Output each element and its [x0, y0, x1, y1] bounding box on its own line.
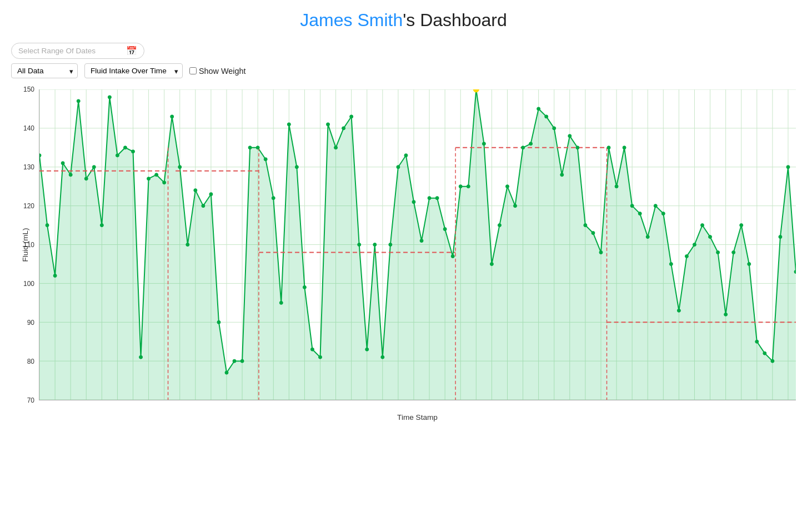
- svg-point-154: [709, 235, 712, 239]
- svg-point-77: [108, 96, 111, 99]
- svg-point-151: [685, 254, 688, 258]
- svg-point-88: [194, 189, 197, 192]
- y-tick-label: 140: [23, 124, 34, 132]
- svg-point-102: [303, 285, 306, 289]
- svg-point-144: [630, 204, 634, 208]
- svg-point-82: [147, 177, 151, 180]
- svg-point-138: [584, 224, 587, 227]
- svg-point-103: [310, 348, 314, 351]
- svg-point-161: [763, 352, 766, 355]
- svg-point-130: [522, 146, 525, 149]
- svg-point-133: [545, 115, 548, 118]
- patient-name: James Smith: [300, 10, 403, 30]
- svg-point-164: [786, 165, 790, 169]
- svg-point-110: [365, 348, 369, 351]
- svg-point-152: [693, 243, 696, 247]
- svg-point-86: [178, 165, 182, 169]
- svg-point-140: [599, 250, 603, 254]
- svg-point-70: [53, 274, 57, 277]
- svg-point-83: [155, 173, 158, 177]
- svg-point-145: [638, 212, 641, 215]
- y-tick-label: 70: [27, 397, 34, 404]
- svg-point-91: [217, 320, 220, 324]
- svg-point-71: [61, 162, 64, 165]
- svg-point-119: [435, 197, 439, 200]
- svg-point-112: [381, 355, 384, 359]
- svg-point-139: [592, 232, 595, 235]
- show-weight-text: Show Weight: [199, 67, 246, 76]
- svg-point-162: [771, 359, 774, 363]
- svg-point-89: [202, 204, 205, 208]
- svg-point-134: [553, 127, 556, 130]
- svg-point-135: [560, 173, 564, 177]
- svg-point-118: [428, 197, 431, 200]
- svg-point-122: [459, 185, 462, 188]
- svg-point-124: [473, 89, 479, 92]
- x-axis-label: Time Stamp: [397, 413, 438, 421]
- svg-point-69: [46, 224, 49, 227]
- svg-point-96: [256, 146, 259, 149]
- svg-point-87: [186, 243, 189, 247]
- chart-type-select[interactable]: Fluid Intake Over TimeWeight Over TimeBo…: [84, 63, 183, 78]
- svg-point-158: [740, 224, 743, 227]
- svg-point-159: [748, 262, 751, 265]
- y-tick-labels: 708090100110120130140150: [12, 89, 37, 400]
- y-tick-label: 150: [23, 86, 34, 93]
- date-range-placeholder: Select Range Of Dates: [18, 47, 96, 55]
- svg-point-68: [39, 154, 41, 157]
- svg-point-104: [318, 355, 322, 359]
- svg-point-107: [342, 127, 345, 130]
- svg-point-150: [677, 309, 680, 312]
- svg-point-105: [327, 123, 330, 126]
- svg-point-101: [295, 165, 298, 169]
- svg-point-84: [163, 181, 166, 184]
- svg-point-94: [240, 359, 244, 363]
- svg-point-80: [131, 150, 134, 153]
- svg-point-149: [669, 262, 673, 265]
- svg-point-128: [505, 185, 509, 188]
- svg-point-111: [373, 243, 377, 247]
- svg-point-142: [615, 185, 618, 188]
- svg-point-129: [514, 204, 517, 208]
- svg-point-127: [498, 224, 501, 227]
- y-tick-label: 110: [23, 241, 34, 249]
- svg-point-137: [576, 146, 579, 149]
- show-weight-checkbox[interactable]: [189, 67, 197, 74]
- svg-point-90: [209, 193, 213, 196]
- svg-point-136: [568, 134, 572, 138]
- svg-point-153: [701, 224, 704, 227]
- svg-point-156: [724, 313, 728, 316]
- svg-point-143: [623, 146, 626, 149]
- svg-point-72: [69, 173, 72, 177]
- controls-panel: Select Range Of Dates 📅 All DataLast 30 …: [0, 37, 807, 84]
- chart-type-select-wrapper: Fluid Intake Over TimeWeight Over TimeBo…: [84, 63, 183, 78]
- svg-point-99: [279, 301, 283, 304]
- y-tick-label: 80: [27, 358, 34, 365]
- svg-point-117: [420, 239, 423, 243]
- svg-point-100: [287, 123, 290, 126]
- all-data-select[interactable]: All DataLast 30 DaysLast 90 DaysLast Yea…: [11, 63, 78, 78]
- svg-point-147: [654, 204, 657, 208]
- svg-point-85: [171, 115, 174, 118]
- y-tick-label: 90: [27, 319, 34, 327]
- svg-point-120: [443, 228, 447, 231]
- show-weight-label[interactable]: Show Weight: [189, 67, 246, 76]
- svg-point-108: [350, 115, 353, 118]
- svg-point-165: [794, 270, 796, 273]
- svg-point-155: [716, 250, 720, 254]
- page-title: James Smith's Dashboard: [0, 0, 807, 37]
- svg-point-132: [537, 107, 540, 111]
- svg-point-76: [100, 224, 103, 227]
- svg-point-93: [233, 359, 236, 363]
- svg-point-146: [646, 235, 649, 239]
- svg-point-126: [490, 262, 493, 265]
- svg-point-163: [779, 235, 782, 239]
- svg-point-81: [139, 355, 143, 359]
- svg-point-115: [404, 154, 408, 157]
- svg-point-148: [661, 212, 665, 215]
- date-range-input[interactable]: Select Range Of Dates 📅: [11, 43, 144, 59]
- calendar-icon: 📅: [126, 46, 137, 56]
- svg-point-95: [248, 146, 252, 149]
- svg-point-160: [755, 340, 759, 343]
- y-tick-label: 130: [23, 163, 34, 171]
